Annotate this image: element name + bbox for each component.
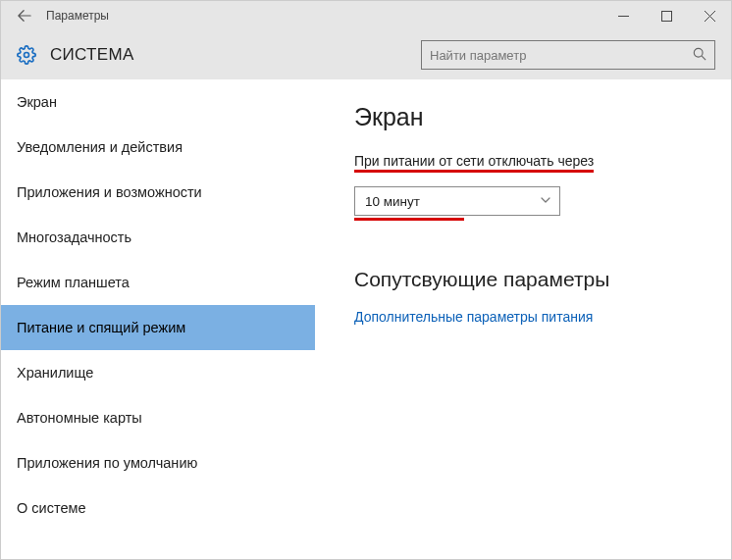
close-button[interactable] [688,1,731,30]
dropdown-value: 10 минут [365,194,420,209]
gear-icon [13,45,40,65]
svg-point-2 [694,48,703,57]
search-icon [693,47,706,64]
content-pane: Экран При питании от сети отключать чере… [315,79,731,559]
sidebar-item[interactable]: Уведомления и действия [1,125,315,170]
svg-rect-0 [661,11,671,21]
sidebar-item[interactable]: Питание и спящий режим [1,305,315,350]
search-box[interactable] [421,40,715,70]
content-heading: Экран [354,103,707,131]
header: СИСТЕМА [1,30,731,79]
maximize-icon [661,11,672,22]
sidebar-item[interactable]: Экран [1,79,315,125]
additional-power-link[interactable]: Дополнительные параметры питания [354,309,707,325]
related-heading: Сопутсвующие параметры [354,268,707,291]
sidebar-item[interactable]: Многозадачность [1,215,315,260]
sidebar-item[interactable]: Автономные карты [1,395,315,440]
minimize-icon [618,11,629,22]
minimize-button[interactable] [601,1,645,30]
sidebar-item[interactable]: Режим планшета [1,260,315,305]
chevron-down-icon [540,194,551,209]
annotation-underline [354,218,464,221]
sidebar: ЭкранУведомления и действияПриложения и … [1,79,315,559]
close-icon [705,11,715,22]
sidebar-item[interactable]: Приложения и возможности [1,170,315,215]
sidebar-item[interactable]: Хранилище [1,350,315,395]
maximize-button[interactable] [645,1,688,30]
sidebar-item[interactable]: О системе [1,485,315,531]
search-input[interactable] [430,48,687,63]
screen-timeout-dropdown[interactable]: 10 минут [354,186,560,216]
arrow-left-icon [18,9,31,23]
back-button[interactable] [11,1,38,30]
window-title: Параметры [46,9,109,23]
svg-point-1 [25,53,29,58]
titlebar: Параметры [1,1,731,30]
screen-timeout-label: При питании от сети отключать через [354,153,594,173]
section-title: СИСТЕМА [50,45,134,65]
sidebar-item[interactable]: Приложения по умолчанию [1,440,315,485]
